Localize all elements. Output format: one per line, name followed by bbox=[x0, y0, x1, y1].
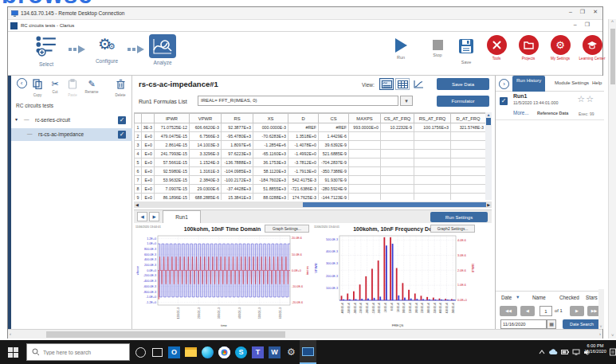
column-checked[interactable]: Checked bbox=[559, 295, 579, 300]
column-name[interactable]: Name bbox=[532, 295, 546, 300]
expand-panel-button[interactable]: › bbox=[499, 79, 509, 89]
table-row[interactable]: 13E-371.07525E-12606.6620E-392.3877E+300… bbox=[135, 123, 486, 132]
rdp-maximize-button[interactable]: ❐ bbox=[580, 9, 585, 15]
column-header[interactable]: XS bbox=[253, 114, 288, 123]
time-domain-chart[interactable]: 1.2E+01.0E+0800.0E-3600.0E-3400.0E-3200.… bbox=[134, 224, 311, 329]
column-header[interactable]: CS bbox=[319, 114, 349, 123]
table-row[interactable]: 2E+0479.0475E-156.7566E-3-95.4780E+3-70.… bbox=[135, 132, 486, 141]
projects-menu-button[interactable]: Projects bbox=[511, 35, 546, 61]
search-input[interactable] bbox=[43, 350, 123, 355]
date-search-button[interactable]: Date Search bbox=[563, 319, 601, 329]
table-horizontal-scrollbar[interactable]: ◀ ▶ bbox=[134, 202, 492, 208]
page-scrollbar-thumb[interactable] bbox=[610, 29, 615, 84]
taskbar-app-explorer[interactable] bbox=[182, 340, 199, 364]
next-page-button[interactable]: ▶ bbox=[570, 306, 584, 316]
column-header[interactable]: RS_AT_FRQ bbox=[414, 114, 451, 123]
app-title-bar[interactable]: RC circuits tests - Clarius – ❐ bbox=[8, 20, 602, 32]
rdp-close-button[interactable]: ✕ bbox=[593, 9, 598, 15]
taskbar-app-remote-desktop[interactable] bbox=[300, 340, 316, 364]
scroll-down-icon[interactable]: ˅ bbox=[611, 333, 614, 338]
more-link[interactable]: More... bbox=[513, 110, 529, 115]
rdp-minimize-button[interactable]: – bbox=[569, 9, 572, 15]
my-settings-menu-button[interactable]: ⚙ My Settings bbox=[543, 35, 578, 61]
tree-item-label[interactable]: rs-cs-ac-impedance bbox=[38, 131, 84, 137]
tree-item-checkbox[interactable]: ✓ bbox=[118, 116, 126, 124]
tree-item-rs-cs-ac-impedance[interactable]: — rs-cs-ac-impedance ✓ bbox=[11, 128, 132, 141]
column-header[interactable]: VPWR bbox=[190, 114, 222, 123]
taskbar-app-cortana[interactable] bbox=[132, 340, 149, 364]
taskbar-app-skype[interactable]: S bbox=[233, 340, 249, 364]
learning-center-menu-button[interactable]: Learning Center bbox=[575, 35, 610, 61]
start-button[interactable] bbox=[0, 340, 26, 364]
select-step[interactable]: Select bbox=[29, 34, 64, 67]
prev-page-button[interactable]: ◀ bbox=[520, 306, 535, 316]
scroll-right-icon[interactable]: ▶ bbox=[487, 202, 490, 208]
table-hscrollbar-thumb[interactable] bbox=[303, 202, 486, 207]
column-header[interactable] bbox=[135, 114, 142, 123]
taskbar-app-word[interactable]: W bbox=[266, 340, 283, 364]
tray-expand-icon[interactable] bbox=[539, 350, 545, 354]
taskbar-app-outlook[interactable]: O bbox=[166, 340, 182, 364]
tab-run-history[interactable]: Run History bbox=[512, 76, 545, 92]
run-settings-button[interactable]: Run Settings bbox=[430, 212, 488, 222]
table-row[interactable]: 7E+053.9632E-152.3840E-3-100.2172E+3-184… bbox=[135, 176, 486, 185]
tab-prev-button[interactable]: ◀ bbox=[137, 212, 147, 221]
scroll-right-icon[interactable]: › bbox=[599, 331, 601, 336]
window-hscroll-thumb[interactable] bbox=[46, 331, 285, 338]
view-combined-button[interactable] bbox=[379, 78, 394, 90]
column-stars[interactable]: Stars bbox=[586, 295, 598, 300]
taskbar-search[interactable] bbox=[26, 343, 130, 361]
save-button[interactable]: Save bbox=[453, 37, 480, 65]
calendar-icon[interactable]: ▦ bbox=[547, 319, 556, 329]
table-row[interactable]: 9E+086.1896E-15688.2885E-615.3841E+388.0… bbox=[135, 194, 486, 201]
tab-next-button[interactable]: ▶ bbox=[149, 212, 159, 221]
stop-button[interactable]: Stop bbox=[424, 37, 451, 57]
analyze-step[interactable]: Analyze bbox=[145, 34, 180, 65]
tree-expander-icon[interactable]: ▾ bbox=[15, 116, 18, 122]
network-icon[interactable] bbox=[572, 349, 580, 355]
graph2-settings-button[interactable]: Graph2 Settings... bbox=[430, 225, 475, 233]
table-row[interactable]: 3E+02.8614E-1514.1003E-31.8097E+6-1.2854… bbox=[135, 141, 486, 150]
formulator-button[interactable]: Formulator bbox=[437, 96, 489, 107]
frequency-domain-chart[interactable]: 4.0E-63.0E-62.0E-61.0E-60.0E+0500.0E-340… bbox=[312, 224, 477, 329]
taskbar-app-chrome[interactable] bbox=[216, 340, 233, 364]
formula-dropdown-button[interactable]: ▾ bbox=[400, 96, 413, 106]
view-graph-button[interactable] bbox=[411, 78, 426, 90]
table-row[interactable]: 4E+0241.7993E-153.3296E-397.6223E+3-65.1… bbox=[135, 150, 486, 159]
collapse-sidebar-button[interactable]: ‹ bbox=[13, 78, 30, 88]
column-header[interactable]: MAXPS bbox=[349, 114, 381, 123]
column-header[interactable]: RS bbox=[222, 114, 253, 123]
run-checkbox[interactable]: ✓ bbox=[500, 97, 508, 105]
column-header[interactable]: IPWR bbox=[155, 114, 190, 123]
tree-item-label[interactable]: rc-series-circuit bbox=[35, 117, 70, 123]
run-button[interactable]: Run bbox=[387, 37, 414, 60]
run-history-entry[interactable]: ✓ Run1 11/5/2020 13:44:01.000 ☆☆ More...… bbox=[496, 92, 604, 120]
date-filter-input[interactable]: 11/16/2020 bbox=[500, 319, 547, 329]
column-header[interactable] bbox=[142, 114, 155, 123]
rdp-title-bar[interactable]: 134.63.70.145 - Remote Desktop Connectio… bbox=[8, 7, 602, 20]
app-maximize-button[interactable]: ❐ bbox=[585, 22, 590, 28]
tab-module-settings[interactable]: Module Settings bbox=[555, 80, 589, 85]
tree-item-checkbox[interactable]: ✓ bbox=[118, 131, 126, 139]
table-vertical-scrollbar[interactable]: ▲ bbox=[485, 112, 492, 200]
taskbar-clock[interactable]: 6:00 PM 11/16/2020 bbox=[581, 343, 610, 354]
delete-button[interactable]: Delete bbox=[112, 78, 129, 97]
page-number-input[interactable]: 1 bbox=[539, 306, 552, 316]
rename-button[interactable]: ✎ Rename bbox=[83, 78, 100, 94]
column-header[interactable]: CS_AT_FRQ bbox=[381, 114, 414, 123]
configure-step[interactable]: ⚙⚙ Configure bbox=[89, 34, 124, 64]
window-horizontal-scrollbar[interactable]: ‹ › bbox=[8, 329, 602, 339]
cut-button[interactable]: ✂ Cut bbox=[46, 78, 64, 94]
date-filter-icon[interactable]: ▼ bbox=[516, 295, 520, 299]
view-table-button[interactable] bbox=[395, 78, 410, 90]
scroll-up-icon[interactable]: ˄ bbox=[611, 19, 614, 24]
tab-help[interactable]: Help bbox=[592, 80, 602, 85]
paste-button[interactable]: Paste bbox=[64, 78, 81, 97]
page-scrollbar[interactable]: ˄ ˅ bbox=[608, 19, 616, 339]
tree-item-rc-series-circuit[interactable]: ▾ — rc-series-circuit ✓ bbox=[11, 114, 132, 127]
scroll-left-icon[interactable]: ◀ bbox=[135, 202, 139, 208]
battery-icon[interactable] bbox=[561, 349, 569, 355]
history-scrollbar[interactable]: ˅ bbox=[598, 289, 604, 329]
results-table[interactable]: IPWRVPWRRSXSDCSMAXPSCS_AT_FRQRS_AT_FRQD_… bbox=[134, 112, 485, 200]
onedrive-cloud-icon[interactable] bbox=[548, 349, 558, 355]
